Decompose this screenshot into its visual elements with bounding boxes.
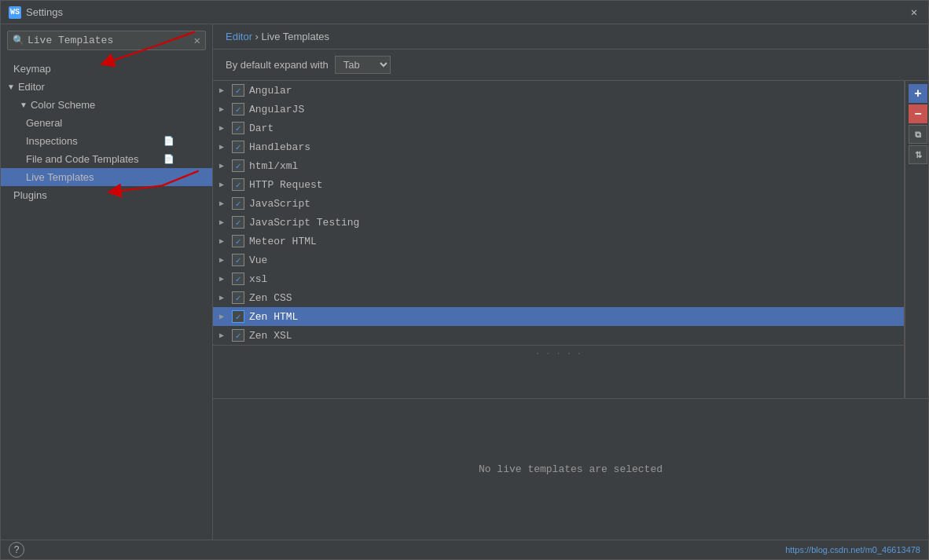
html-xml-arrow[interactable]: ▶ (219, 161, 232, 170)
template-row-handlebars[interactable]: ▶ ✓ Handlebars (213, 137, 904, 156)
copy-template-button[interactable]: ⧉ (909, 125, 927, 144)
no-selection-text: No live templates are selected (479, 463, 663, 475)
http-request-label: HTTP Request (249, 179, 898, 191)
bottom-panel: No live templates are selected (213, 398, 928, 540)
angularjs-checkbox[interactable]: ✓ (232, 103, 244, 115)
template-row-javascript-testing[interactable]: ▶ ✓ JavaScript Testing (213, 213, 904, 232)
javascript-testing-label: JavaScript Testing (249, 217, 898, 229)
breadcrumb-editor[interactable]: Editor (226, 31, 252, 42)
expand-with-select[interactable]: Tab Enter Space (335, 56, 391, 74)
side-action-buttons: + − ⧉ ⇅ (905, 81, 928, 398)
template-row-zen-css[interactable]: ▶ ✓ Zen CSS (213, 288, 904, 307)
template-row-zen-html[interactable]: ▶ ✓ Zen HTML (213, 307, 904, 326)
template-row-meteor-html[interactable]: ▶ ✓ Meteor HTML (213, 232, 904, 251)
breadcrumb-live-templates: Live Templates (262, 31, 329, 42)
template-row-html-xml[interactable]: ▶ ✓ html/xml (213, 156, 904, 175)
angularjs-label: AngularJS (249, 104, 898, 115)
xsl-arrow[interactable]: ▶ (219, 274, 232, 284)
clear-search-icon[interactable]: ✕ (194, 34, 200, 47)
close-button[interactable]: ✕ (908, 6, 920, 19)
zen-css-checkbox[interactable]: ✓ (232, 291, 244, 304)
inspections-file-icon: 📄 (163, 136, 174, 146)
file-templates-file-icon: 📄 (163, 154, 174, 164)
sidebar-item-file-code-templates[interactable]: File and Code Templates 📄 (1, 150, 212, 168)
search-box[interactable]: 🔍 ✕ (7, 31, 206, 50)
sidebar-item-color-scheme[interactable]: ▼ Color Scheme (1, 96, 212, 114)
template-row-http-request[interactable]: ▶ ✓ HTTP Request (213, 175, 904, 194)
zen-css-label: Zen CSS (249, 292, 898, 304)
move-template-button[interactable]: ⇅ (909, 145, 927, 164)
html-xml-label: html/xml (249, 160, 898, 172)
xsl-label: xsl (249, 273, 898, 285)
zen-css-arrow[interactable]: ▶ (219, 293, 232, 302)
template-row-javascript[interactable]: ▶ ✓ JavaScript (213, 194, 904, 213)
meteor-html-arrow[interactable]: ▶ (219, 236, 232, 246)
settings-window: WS Settings ✕ 🔍 ✕ Keymap ▼ Editor ▼ (0, 0, 929, 560)
http-request-arrow[interactable]: ▶ (219, 180, 232, 189)
main-content: 🔍 ✕ Keymap ▼ Editor ▼ Color Scheme Gener… (1, 24, 928, 540)
breadcrumb: Editor › Live Templates (213, 24, 928, 49)
zen-xsl-checkbox[interactable]: ✓ (232, 329, 244, 342)
add-template-button[interactable]: + (909, 84, 927, 103)
zen-xsl-label: Zen XSL (249, 330, 898, 342)
zen-html-arrow[interactable]: ▶ (219, 312, 232, 321)
sidebar-item-inspections[interactable]: Inspections 📄 (1, 132, 212, 150)
search-icon: 🔍 (13, 35, 24, 46)
toolbar: By default expand with Tab Enter Space (213, 49, 928, 81)
title-bar: WS Settings ✕ (1, 1, 928, 24)
angular-label: Angular (249, 85, 898, 97)
handlebars-checkbox[interactable]: ✓ (232, 141, 244, 153)
toolbar-label: By default expand with (226, 59, 329, 71)
zen-xsl-arrow[interactable]: ▶ (219, 331, 232, 340)
vue-arrow[interactable]: ▶ (219, 255, 232, 265)
color-scheme-arrow: ▼ (20, 101, 28, 109)
meteor-html-checkbox[interactable]: ✓ (232, 235, 244, 247)
zen-html-checkbox[interactable]: ✓ (232, 310, 244, 323)
sidebar-item-keymap[interactable]: Keymap (1, 60, 212, 78)
javascript-arrow[interactable]: ▶ (219, 199, 232, 208)
editor-arrow: ▼ (7, 82, 15, 91)
templates-list: ▶ ✓ Angular ▶ ✓ AngularJS ▶ ✓ Dart (213, 81, 905, 398)
vue-checkbox[interactable]: ✓ (232, 254, 244, 266)
html-xml-checkbox[interactable]: ✓ (232, 159, 244, 172)
dart-label: Dart (249, 123, 898, 134)
window-title: Settings (26, 6, 908, 18)
search-input[interactable] (28, 35, 194, 46)
template-row-angular[interactable]: ▶ ✓ Angular (213, 81, 904, 100)
template-row-zen-xsl[interactable]: ▶ ✓ Zen XSL (213, 326, 904, 345)
dart-checkbox[interactable]: ✓ (232, 122, 244, 134)
javascript-testing-arrow[interactable]: ▶ (219, 218, 232, 227)
template-row-dart[interactable]: ▶ ✓ Dart (213, 119, 904, 137)
meteor-html-label: Meteor HTML (249, 236, 898, 247)
dart-arrow[interactable]: ▶ (219, 123, 232, 133)
remove-template-button[interactable]: − (909, 104, 927, 123)
handlebars-label: Handlebars (249, 141, 898, 153)
templates-area: ▶ ✓ Angular ▶ ✓ AngularJS ▶ ✓ Dart (213, 81, 928, 398)
sidebar-nav: Keymap ▼ Editor ▼ Color Scheme General I… (1, 57, 212, 540)
angular-checkbox[interactable]: ✓ (232, 84, 244, 97)
sidebar: 🔍 ✕ Keymap ▼ Editor ▼ Color Scheme Gener… (1, 24, 213, 540)
angular-arrow[interactable]: ▶ (219, 86, 232, 95)
handlebars-arrow[interactable]: ▶ (219, 142, 232, 152)
javascript-checkbox[interactable]: ✓ (232, 197, 244, 210)
sidebar-item-plugins[interactable]: Plugins (1, 186, 212, 204)
javascript-testing-checkbox[interactable]: ✓ (232, 216, 244, 229)
help-button[interactable]: ? (9, 542, 24, 558)
javascript-label: JavaScript (249, 198, 898, 210)
template-row-angularjs[interactable]: ▶ ✓ AngularJS (213, 100, 904, 119)
xsl-checkbox[interactable]: ✓ (232, 273, 244, 285)
status-bar: ? https://blog.csdn.net/m0_46613478 (1, 540, 928, 559)
angularjs-arrow[interactable]: ▶ (219, 104, 232, 114)
app-icon: WS (9, 6, 21, 19)
template-row-xsl[interactable]: ▶ ✓ xsl (213, 269, 904, 288)
vue-label: Vue (249, 254, 898, 266)
sidebar-item-editor[interactable]: ▼ Editor (1, 78, 212, 96)
http-request-checkbox[interactable]: ✓ (232, 178, 244, 191)
status-url: https://blog.csdn.net/m0_46613478 (785, 545, 920, 555)
main-panel: Editor › Live Templates By default expan… (213, 24, 928, 540)
sidebar-item-live-templates[interactable]: Live Templates (1, 168, 212, 186)
drag-handle: · · · · · (213, 345, 904, 361)
template-row-vue[interactable]: ▶ ✓ Vue (213, 251, 904, 269)
zen-html-label: Zen HTML (249, 311, 898, 323)
sidebar-item-general[interactable]: General (1, 114, 212, 132)
